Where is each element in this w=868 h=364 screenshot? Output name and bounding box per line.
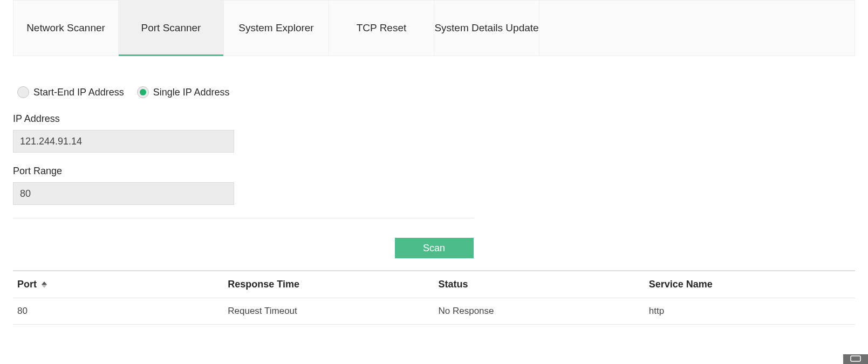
results-table: Port Response Time Status Service Name 8… xyxy=(13,270,855,325)
tab-label: System Details Update xyxy=(434,22,538,34)
col-header-status[interactable]: Status xyxy=(434,271,645,298)
radio-start-end-ip-label[interactable]: Start-End IP Address xyxy=(33,87,124,98)
col-header-service-name[interactable]: Service Name xyxy=(645,271,855,298)
tab-label: TCP Reset xyxy=(357,22,407,34)
col-header-label: Status xyxy=(439,279,468,290)
sort-icon xyxy=(42,281,47,288)
svg-marker-1 xyxy=(42,285,47,288)
cell-response-time: Request Timeout xyxy=(223,298,434,325)
ip-address-label: IP Address xyxy=(13,113,855,125)
radio-single-ip[interactable] xyxy=(137,86,149,98)
radio-single-ip-label[interactable]: Single IP Address xyxy=(153,87,230,98)
ip-address-field-group: IP Address xyxy=(13,113,855,153)
divider xyxy=(13,218,474,218)
radio-dot-icon xyxy=(140,89,146,95)
col-header-response-time[interactable]: Response Time xyxy=(223,271,434,298)
port-range-label: Port Range xyxy=(13,166,855,177)
table-row: 80 Request Timeout No Response http xyxy=(13,298,855,325)
form-area: Start-End IP Address Single IP Address I… xyxy=(0,56,868,258)
scan-button-row: Scan xyxy=(13,238,855,258)
ip-mode-radio-group: Start-End IP Address Single IP Address xyxy=(13,73,855,113)
tab-label: Network Scanner xyxy=(26,22,105,34)
port-range-input[interactable] xyxy=(13,182,234,205)
cell-service-name: http xyxy=(645,298,855,325)
tab-port-scanner[interactable]: Port Scanner xyxy=(119,1,224,56)
col-header-label: Port xyxy=(17,279,37,290)
cell-port: 80 xyxy=(13,298,223,325)
radio-start-end-ip[interactable] xyxy=(17,86,29,98)
cell-status: No Response xyxy=(434,298,645,325)
tab-system-details-update[interactable]: System Details Update xyxy=(434,1,539,56)
col-header-label: Service Name xyxy=(649,279,713,290)
scan-button[interactable]: Scan xyxy=(395,238,474,258)
tab-system-explorer[interactable]: System Explorer xyxy=(224,1,329,56)
ip-address-input[interactable] xyxy=(13,130,234,153)
col-header-port[interactable]: Port xyxy=(13,271,223,298)
table-header-row: Port Response Time Status Service Name xyxy=(13,271,855,298)
tab-tcp-reset[interactable]: TCP Reset xyxy=(329,1,434,56)
tab-bar-spacer xyxy=(539,1,855,56)
port-range-field-group: Port Range xyxy=(13,166,855,205)
col-header-label: Response Time xyxy=(228,279,299,290)
tab-label: System Explorer xyxy=(238,22,313,34)
tab-network-scanner[interactable]: Network Scanner xyxy=(13,1,119,56)
tab-bar: Network Scanner Port Scanner System Expl… xyxy=(13,0,855,56)
tab-label: Port Scanner xyxy=(141,22,201,34)
